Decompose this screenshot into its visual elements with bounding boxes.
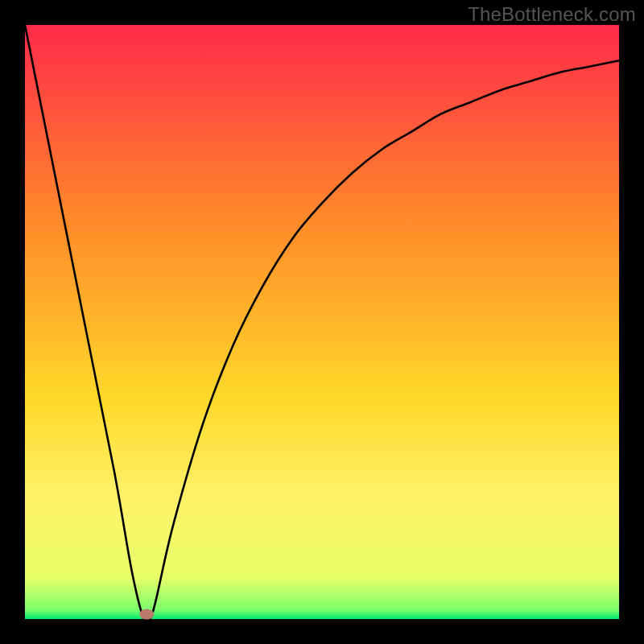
plot-area [25,25,619,619]
minimum-marker [139,609,154,620]
bottleneck-chart: TheBottleneck.com [0,0,644,644]
chart-canvas [0,0,644,644]
watermark-label: TheBottleneck.com [468,3,636,26]
